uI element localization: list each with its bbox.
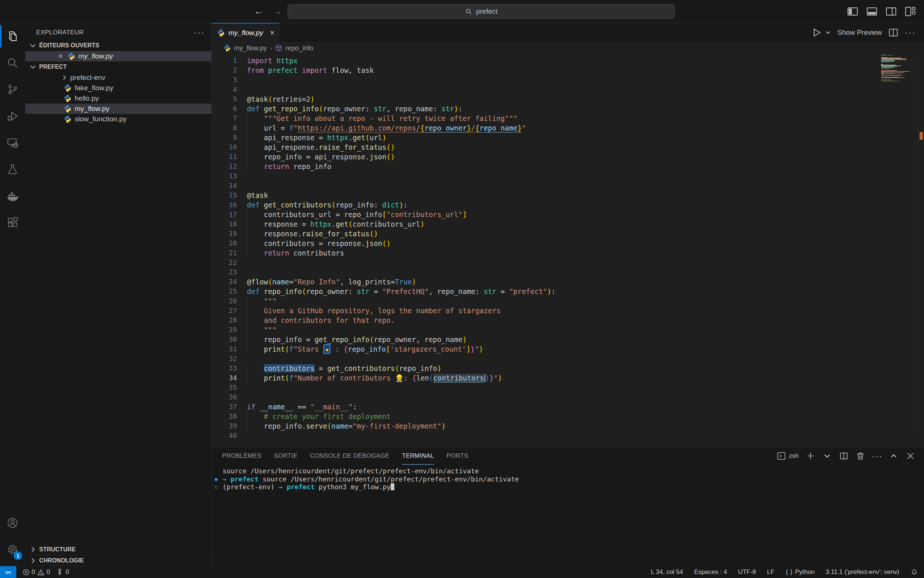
code-line[interactable]: 30 repo_info = get_repo_info(repo_owner,…	[212, 334, 924, 344]
more-actions-button[interactable]: ···	[872, 451, 882, 461]
split-terminal-button[interactable]	[839, 451, 849, 461]
code-line[interactable]: 22	[212, 258, 924, 267]
code-line[interactable]: 14	[212, 181, 924, 190]
close-icon[interactable]: ×	[270, 28, 275, 38]
code-line[interactable]: 33 contributors = get_contributors(repo_…	[212, 364, 924, 373]
code-line[interactable]: 15@task	[212, 190, 924, 200]
explorer-more-actions-button[interactable]: ···	[194, 28, 205, 38]
code-line[interactable]: 4	[212, 85, 924, 94]
code-line[interactable]: 11 repo_info = api_response.json()	[212, 152, 924, 162]
code-line[interactable]: 35	[212, 383, 924, 392]
code-line[interactable]: 32	[212, 354, 924, 364]
file-item-my_flow.py[interactable]: my_flow.py	[25, 104, 211, 114]
section-workspace[interactable]: PREFECT	[25, 62, 211, 73]
breadcrumb-item[interactable]: repo_info	[285, 44, 313, 52]
file-item-hello.py[interactable]: hello.py	[25, 93, 211, 104]
code-line[interactable]: 17 contributors_url = repo_info["contrib…	[212, 209, 924, 219]
panel-tab-SORTIE[interactable]: SORTIE	[274, 447, 298, 465]
code-line[interactable]: 23	[212, 267, 924, 277]
activity-item-accounts[interactable]	[0, 510, 25, 536]
code-line[interactable]: 3	[212, 75, 924, 85]
code-line[interactable]: 28 and contributors for that repo.	[212, 315, 924, 325]
new-terminal-button[interactable]	[806, 451, 816, 461]
activity-item-remote-explorer[interactable]	[0, 130, 25, 156]
status-eol[interactable]: LF	[767, 568, 774, 576]
code-line[interactable]: 18 response = httpx.get(contributors_url…	[212, 219, 924, 229]
code-line[interactable]: 36	[212, 392, 924, 402]
code-line[interactable]: 10 api_response.raise_for_status()	[212, 142, 924, 152]
forward-button[interactable]: →	[272, 6, 282, 17]
command-center[interactable]: prefect	[288, 4, 675, 19]
show-preview-button[interactable]: Show Preview	[838, 28, 882, 37]
code-line[interactable]: 13	[212, 171, 924, 181]
section-chronologie[interactable]: CHRONOLOGIE	[25, 555, 211, 566]
close-icon[interactable]: ×	[57, 51, 64, 61]
activity-item-source-control[interactable]	[0, 76, 25, 103]
code-line[interactable]: 9 api_response = httpx.get(url)	[212, 133, 924, 142]
back-button[interactable]: ←	[254, 6, 264, 17]
code-line[interactable]: 25def repo_info(repo_owner: str = "Prefe…	[212, 287, 924, 296]
status-indentation[interactable]: Espaces : 4	[694, 568, 727, 576]
activity-item-search[interactable]	[0, 50, 25, 76]
code-line[interactable]: 37if __name__ == "__main__":	[212, 402, 924, 412]
more-actions-button[interactable]: ···	[905, 27, 916, 38]
panel-tab-TERMINAL[interactable]: TERMINAL	[402, 447, 434, 465]
activity-item-docker[interactable]	[0, 183, 25, 209]
code-line[interactable]: 39 repo_info.serve(name="my-first-deploy…	[212, 421, 924, 431]
customize-layout-button[interactable]	[904, 5, 917, 18]
status-python-interpreter[interactable]: 3.11.1 ('prefect-env': venv)	[826, 568, 899, 576]
code-editor[interactable]: 1import httpx2from prefect import flow, …	[212, 54, 924, 447]
code-line[interactable]: 16def get_contributors(repo_info: dict):	[212, 200, 924, 209]
toggle-primary-sidebar-button[interactable]	[846, 5, 859, 18]
activity-item-explorer[interactable]	[0, 23, 25, 50]
run-python-file-button[interactable]	[811, 27, 822, 38]
section-structure[interactable]: STRUCTURE	[25, 544, 211, 555]
code-line[interactable]: 27 Given a GitHub repository, logs the n…	[212, 306, 924, 315]
launch-profile-button[interactable]	[822, 451, 832, 461]
file-item-slow_function.py[interactable]: slow_function.py	[25, 114, 211, 124]
status-problems[interactable]: 00	[22, 568, 50, 576]
code-line[interactable]: 26 """	[212, 296, 924, 306]
code-line[interactable]: 38 # create your first deployment	[212, 412, 924, 421]
run-dropdown-button[interactable]	[824, 29, 832, 36]
panel-tab-PROBLÈMES[interactable]: PROBLÈMES	[222, 447, 261, 465]
activity-item-run-debug[interactable]	[0, 103, 25, 130]
code-line[interactable]: 6def get_repo_info(repo_owner: str, repo…	[212, 104, 924, 114]
breadcrumb-item[interactable]: my_flow.py	[234, 44, 267, 52]
activity-item-extensions[interactable]	[0, 209, 25, 236]
status-cursor-position[interactable]: L 34, col 54	[651, 568, 683, 576]
status-language-mode[interactable]: { }Python	[785, 568, 815, 576]
status-encoding[interactable]: UTF-8	[738, 568, 756, 576]
code-line[interactable]: 21 return contributors	[212, 248, 924, 258]
code-line[interactable]: 24@flow(name="Repo Info", log_prints=Tru…	[212, 277, 924, 287]
code-line[interactable]: 7 """Get info about a repo - will retry …	[212, 114, 924, 123]
code-line[interactable]: 2from prefect import flow, task	[212, 65, 924, 75]
status-notifications[interactable]	[910, 568, 918, 576]
code-line[interactable]: 29 """	[212, 325, 924, 334]
panel-tab-CONSOLE DE DÉBOGAGE[interactable]: CONSOLE DE DÉBOGAGE	[310, 447, 390, 465]
split-editor-button[interactable]	[888, 27, 899, 38]
code-line[interactable]: 40	[212, 431, 924, 440]
terminal[interactable]: source /Users/henricourdent/git/prefect/…	[212, 465, 924, 491]
breadcrumb[interactable]: my_flow.py›repo_info	[212, 42, 924, 54]
close-panel-button[interactable]	[906, 451, 915, 461]
code-line[interactable]: 1import httpx	[212, 56, 924, 65]
code-line[interactable]: 5@task(retries=2)	[212, 94, 924, 104]
status-forwarded-ports[interactable]: 0	[56, 568, 69, 576]
open-editor-item[interactable]: ×my_flow.py	[25, 51, 211, 62]
toggle-secondary-sidebar-button[interactable]	[885, 5, 897, 18]
code-line[interactable]: 19 response.raise_for_status()	[212, 229, 924, 239]
file-item-prefect-env[interactable]: prefect-env	[25, 73, 211, 83]
remote-indicator[interactable]: ><	[0, 566, 16, 578]
shell-select-button[interactable]: zsh	[777, 451, 799, 461]
activity-item-testing[interactable]	[0, 156, 25, 183]
section-open-editors[interactable]: ÉDITEURS OUVERTS	[25, 40, 211, 51]
kill-terminal-button[interactable]	[856, 451, 865, 461]
tab-my_flow.py[interactable]: my_flow.py×	[212, 23, 280, 42]
toggle-panel-button[interactable]	[866, 5, 878, 18]
code-line[interactable]: 8 url = f"https://api.github.com/repos/{…	[212, 123, 924, 133]
maximize-panel-button[interactable]	[889, 451, 898, 461]
file-item-fake_flow.py[interactable]: fake_flow.py	[25, 83, 211, 93]
code-line[interactable]: 12 return repo_info	[212, 162, 924, 171]
code-line[interactable]: 20 contributors = response.json()	[212, 239, 924, 248]
